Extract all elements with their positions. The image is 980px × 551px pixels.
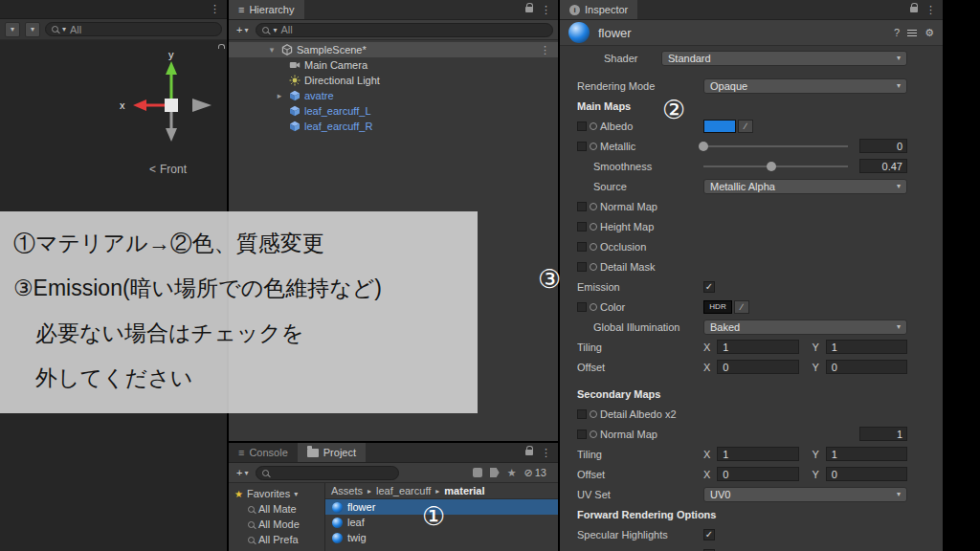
texture-slot[interactable] <box>577 202 587 211</box>
secondary-offset-x-field[interactable]: 0 <box>717 467 798 481</box>
smoothness-value-field[interactable]: 0.47 <box>859 159 907 173</box>
help-icon[interactable]: ? <box>894 27 900 38</box>
shader-dropdown[interactable]: Standard ▾ <box>661 51 907 66</box>
tree-row-leaf-earcuff-l[interactable]: leaf_earcuff_L <box>229 103 558 119</box>
tab-hierarchy[interactable]: ≡ Hierarchy <box>229 0 304 19</box>
favorites-item-all-materials[interactable]: All Mate <box>229 501 324 517</box>
gizmo-view-mode[interactable]: < Front <box>149 163 187 176</box>
scene-search-input[interactable]: ▾ All <box>45 22 222 36</box>
slider-knob[interactable] <box>767 162 776 171</box>
tree-item-label: leaf_earcuff_R <box>304 121 372 132</box>
object-picker-icon[interactable] <box>590 263 597 271</box>
lock-icon[interactable] <box>910 7 918 12</box>
tiling-x-field[interactable]: 1 <box>717 340 798 354</box>
file-label: flower <box>347 501 375 513</box>
axis-x-label: X <box>703 449 710 460</box>
lock-icon[interactable] <box>525 450 533 455</box>
search-by-type-icon[interactable] <box>473 468 482 477</box>
tab-inspector[interactable]: i Inspector <box>560 0 637 19</box>
panel-menu-icon[interactable]: ⋮ <box>541 4 551 16</box>
object-picker-icon[interactable] <box>590 122 597 130</box>
annotation-line: ①マテリアル→②色、質感変更 <box>13 221 464 266</box>
secondary-tiling-x-field[interactable]: 1 <box>717 447 798 461</box>
uv-set-dropdown[interactable]: UV0 ▾ <box>703 487 907 502</box>
texture-slot[interactable] <box>577 262 587 272</box>
material-sphere-icon <box>332 518 343 528</box>
smoothness-slider[interactable] <box>703 165 848 167</box>
breadcrumb-leaf-earcuff[interactable]: leaf_earcuff <box>376 485 431 496</box>
hierarchy-search-input[interactable]: ▾ All <box>256 23 553 37</box>
tab-console[interactable]: ≡ Console <box>229 443 298 462</box>
texture-slot[interactable] <box>577 121 587 131</box>
tree-row-leaf-earcuff-r[interactable]: leaf_earcuff_R <box>229 119 558 134</box>
search-by-label-icon[interactable] <box>490 468 500 477</box>
eyedropper-icon[interactable]: ∕ <box>738 120 753 133</box>
global-illumination-dropdown[interactable]: Baked ▾ <box>703 320 907 335</box>
foldout-expanded-icon[interactable]: ▾ <box>267 45 277 55</box>
tiling-y-field[interactable]: 1 <box>826 340 907 354</box>
project-create-button[interactable]: + ▾ <box>234 467 251 478</box>
list-icon: ≡ <box>238 4 244 15</box>
tree-row-directional-light[interactable]: Directional Light <box>229 73 558 88</box>
albedo-color-swatch[interactable] <box>703 120 736 133</box>
scene-tool-dropdown-1[interactable]: ▾ <box>5 22 20 37</box>
tiling-row: Tiling X 1 Y 1 <box>560 337 943 357</box>
hierarchy-tree: ▾ SampleScene* ⋮ Main Camera Directional… <box>229 40 558 134</box>
object-picker-icon[interactable] <box>590 303 597 311</box>
favorites-item-all-models[interactable]: All Mode <box>229 517 324 532</box>
source-dropdown[interactable]: Metallic Alpha ▾ <box>703 179 907 194</box>
slider-knob[interactable] <box>699 142 708 151</box>
object-picker-icon[interactable] <box>590 143 597 150</box>
favorites-item-all-prefabs[interactable]: All Prefa <box>229 532 324 547</box>
texture-slot[interactable] <box>577 242 587 252</box>
favorites-root[interactable]: ★ Favorites ▾ <box>229 486 324 501</box>
panel-menu-icon[interactable]: ⋮ <box>210 3 220 15</box>
presets-icon[interactable] <box>907 30 917 36</box>
hidden-count-badge[interactable]: ⊘ 13 <box>524 467 546 479</box>
hdr-color-swatch[interactable]: HDR <box>703 300 732 314</box>
secondary-maps-header-row: Secondary Maps <box>560 384 943 404</box>
gear-icon[interactable]: ⚙ <box>924 27 934 39</box>
favorites-star-icon[interactable]: ★ <box>507 467 517 479</box>
tree-row-main-camera[interactable]: Main Camera <box>229 57 558 73</box>
row-menu-icon[interactable]: ⋮ <box>540 44 550 56</box>
emission-checkbox[interactable]: ✓ <box>703 281 715 293</box>
offset-x-field[interactable]: 0 <box>717 360 798 374</box>
metallic-slider[interactable] <box>703 145 848 147</box>
texture-slot[interactable] <box>577 142 587 151</box>
specular-highlights-checkbox[interactable]: ✓ <box>703 529 715 540</box>
rendering-mode-dropdown[interactable]: Opaque ▾ <box>703 78 907 94</box>
object-picker-icon[interactable] <box>590 410 597 418</box>
object-picker-icon[interactable] <box>590 430 597 438</box>
texture-slot[interactable] <box>577 430 587 439</box>
metallic-value-field[interactable]: 0 <box>859 139 907 153</box>
secondary-normal-map-value-field[interactable]: 1 <box>859 427 907 441</box>
offset-y-field[interactable]: 0 <box>826 360 907 374</box>
favorites-label: Favorites <box>247 488 290 499</box>
tab-project[interactable]: Project <box>298 443 366 462</box>
secondary-offset-y-field[interactable]: 0 <box>826 467 907 481</box>
lock-icon[interactable] <box>525 7 533 12</box>
object-picker-icon[interactable] <box>590 223 597 231</box>
texture-slot[interactable] <box>577 222 587 231</box>
hierarchy-create-button[interactable]: + ▾ <box>234 24 251 35</box>
texture-slot[interactable] <box>577 302 587 312</box>
tree-row-samplescene[interactable]: ▾ SampleScene* ⋮ <box>229 42 558 57</box>
tree-row-avatre[interactable]: ▸ avatre <box>229 88 558 103</box>
object-picker-icon[interactable] <box>590 203 597 210</box>
foldout-collapsed-icon[interactable]: ▸ <box>275 91 284 100</box>
scene-orientation-gizmo[interactable]: y x <box>112 46 227 151</box>
chevron-down-icon: ▾ <box>62 25 66 33</box>
file-row-twig[interactable]: twig <box>325 530 558 545</box>
breadcrumb-assets[interactable]: Assets <box>331 485 363 496</box>
hidden-count-value: 13 <box>535 467 546 478</box>
project-search-input[interactable] <box>256 466 399 480</box>
object-picker-icon[interactable] <box>590 243 597 251</box>
panel-menu-icon[interactable]: ⋮ <box>541 447 551 459</box>
breadcrumb-material[interactable]: material <box>444 485 484 496</box>
texture-slot[interactable] <box>577 409 587 419</box>
secondary-tiling-y-field[interactable]: 1 <box>826 447 907 461</box>
scene-tool-dropdown-2[interactable]: ▾ <box>25 22 40 37</box>
eyedropper-icon[interactable]: ∕ <box>734 300 749 314</box>
panel-menu-icon[interactable]: ⋮ <box>925 4 936 16</box>
